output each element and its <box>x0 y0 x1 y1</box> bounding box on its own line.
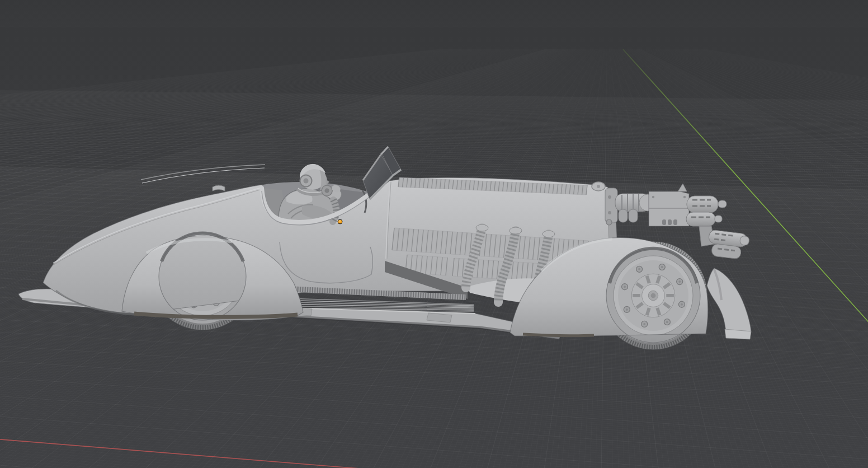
car-model[interactable] <box>0 0 868 468</box>
gun-top-fin <box>678 184 687 191</box>
front-fender-trim <box>523 334 594 336</box>
gun-pod-lower <box>686 212 722 226</box>
lower-gun-pods <box>707 230 750 260</box>
deck-latch <box>213 185 225 191</box>
ammo-drum <box>619 209 628 222</box>
gun-pod-upper <box>687 196 727 213</box>
3d-viewport[interactable] <box>0 0 868 468</box>
ammo-drum <box>629 209 638 222</box>
object-origin-marker <box>338 219 343 224</box>
front-splash-wedge[interactable] <box>707 268 751 339</box>
deck-seam <box>141 165 265 180</box>
